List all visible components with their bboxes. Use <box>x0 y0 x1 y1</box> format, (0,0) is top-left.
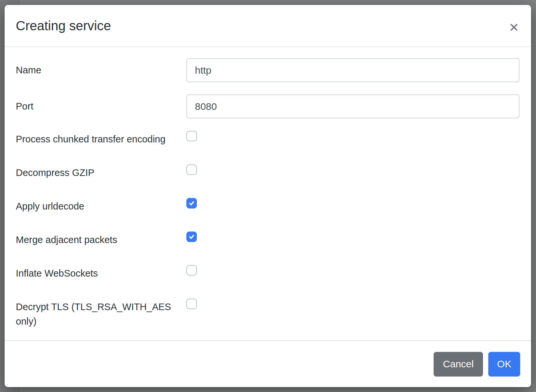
decrypt-tls-label: Decrypt TLS (TLS_RSA_WITH_AES only) <box>16 300 186 329</box>
apply-urldecode-label: Apply urldecode <box>16 199 186 213</box>
inflate-websockets-label: Inflate WebSockets <box>16 266 186 281</box>
port-input[interactable] <box>186 94 520 118</box>
process-chunked-checkbox[interactable] <box>186 131 197 141</box>
name-label: Name <box>16 65 186 76</box>
name-input[interactable] <box>186 58 520 82</box>
apply-urldecode-checkbox[interactable] <box>186 198 197 208</box>
dialog-body: Name Port Process chunked transfer encod… <box>5 47 531 340</box>
merge-packets-checkbox[interactable] <box>186 232 197 242</box>
merge-packets-label: Merge adjacent packets <box>16 233 186 247</box>
form-row-inflate-websockets: Inflate WebSockets <box>16 266 520 281</box>
form-row-apply-urldecode: Apply urldecode <box>16 199 520 213</box>
cancel-button[interactable]: Cancel <box>434 352 483 377</box>
inflate-websockets-checkbox[interactable] <box>186 265 197 276</box>
ok-button[interactable]: OK <box>488 352 520 377</box>
form-row-merge-packets: Merge adjacent packets <box>16 233 520 247</box>
dialog-footer: Cancel OK <box>5 340 531 387</box>
form-row-name: Name <box>16 58 520 82</box>
decompress-gzip-label: Decompress GZIP <box>16 165 186 180</box>
dialog-header: Creating service <box>5 5 531 47</box>
checkmark-icon <box>189 200 195 206</box>
close-icon <box>510 23 518 32</box>
checkmark-icon <box>189 234 195 240</box>
port-label: Port <box>16 101 186 112</box>
decrypt-tls-checkbox[interactable] <box>186 299 197 309</box>
process-chunked-label: Process chunked transfer encoding <box>16 132 186 146</box>
creating-service-dialog: Creating service Name Port Process chunk… <box>5 5 531 387</box>
close-button[interactable] <box>506 19 522 35</box>
form-row-process-chunked: Process chunked transfer encoding <box>16 132 520 146</box>
form-row-decrypt-tls: Decrypt TLS (TLS_RSA_WITH_AES only) <box>16 300 520 329</box>
decompress-gzip-checkbox[interactable] <box>186 164 197 175</box>
dialog-title: Creating service <box>16 18 111 33</box>
form-row-decompress-gzip: Decompress GZIP <box>16 165 520 180</box>
form-row-port: Port <box>16 94 520 118</box>
